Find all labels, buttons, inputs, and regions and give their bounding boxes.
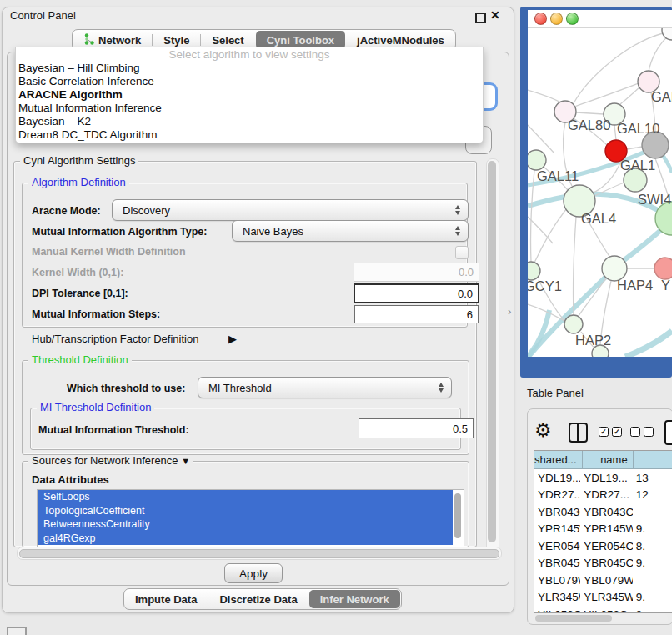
select-all-icon[interactable]: ✓✓ xyxy=(599,427,622,437)
deselect-all-icon[interactable] xyxy=(630,427,654,437)
hub-section-label[interactable]: Hub/Transcription Factor Definition xyxy=(32,332,198,345)
attribute-item-betweennesscentrality[interactable]: BetweennessCentrality xyxy=(38,518,453,532)
network-node-gal11[interactable] xyxy=(528,150,546,170)
minimize-traffic-light-icon[interactable] xyxy=(550,12,563,25)
attribute-item-gal4rgexp[interactable]: gal4RGexp xyxy=(38,532,453,546)
dpi-tolerance-field[interactable]: 0.0 xyxy=(354,283,479,303)
bottom-tab-discretize-data[interactable]: Discretize Data xyxy=(208,589,308,609)
dropdown-item-mutual-information-inference[interactable]: Mutual Information Inference xyxy=(16,102,483,115)
dropdown-item-bayesian-k2[interactable]: Bayesian – K2 xyxy=(16,115,483,128)
table-cell: YLR345W xyxy=(580,589,632,607)
kernel-width-field[interactable]: 0.0 xyxy=(354,262,479,282)
dropdown-item-dream8-dc-tdc-algorithm[interactable]: Dream8 DC_TDC Algorithm xyxy=(16,128,483,142)
data-attributes-list[interactable]: SelfLoopsTopologicalCoefficientBetweenne… xyxy=(37,489,464,548)
settings-horizontal-scrollbar-thumb[interactable] xyxy=(19,549,499,558)
attribute-item-topologicalcoefficient[interactable]: TopologicalCoefficient xyxy=(38,504,453,518)
table-row[interactable]: YBR045CYBR045C9. xyxy=(534,555,672,572)
table-row[interactable]: YDR27...YDR27...12 xyxy=(534,487,672,504)
close-traffic-light-icon[interactable] xyxy=(534,12,547,25)
network-node[interactable] xyxy=(662,28,672,40)
collapsed-panel-icon[interactable] xyxy=(7,627,27,635)
table-cell: 9 xyxy=(633,606,672,613)
new-table-icon[interactable] xyxy=(664,420,672,445)
table-row[interactable]: YBL079WYBL079W xyxy=(534,572,672,589)
table-cell: YDR27... xyxy=(580,487,632,504)
dropdown-placeholder: Select algorithm to view settings xyxy=(16,48,483,62)
data-attributes-label: Data Attributes xyxy=(32,473,109,486)
table-horizontal-scrollbar-thumb[interactable] xyxy=(535,615,612,622)
dropdown-item-basic-correlation-inference[interactable]: Basic Correlation Inference xyxy=(16,75,483,88)
network-node-gcy1[interactable] xyxy=(528,262,540,280)
node-label-gal1: GAL1 xyxy=(620,158,655,172)
node-label-gal4: GAL4 xyxy=(581,211,616,226)
table-cell: YBR045C xyxy=(580,555,632,572)
table-cell: YPR145W xyxy=(580,521,632,538)
kernel-width-label: Kernel Width (0,1): xyxy=(32,267,123,278)
which-threshold-value: MI Threshold xyxy=(208,382,272,394)
application-window: Control Panel ✕ NetworkStyleSelectCyni T… xyxy=(0,0,672,635)
bottom-tab-label: Impute Data xyxy=(135,593,197,606)
hidden-combobox-fragment xyxy=(482,82,498,111)
cyni-algorithm-settings-title: Cyni Algorithm Settings xyxy=(20,155,138,167)
column-header-col2[interactable] xyxy=(634,451,672,469)
table-cell: YBL079W xyxy=(580,572,632,589)
collapse-arrow-icon[interactable]: ▼ xyxy=(181,456,190,466)
table-row[interactable]: YPR145WYPR145W9. xyxy=(534,521,672,538)
mi-steps-label: Mutual Information Steps: xyxy=(32,308,160,320)
expand-arrow-icon[interactable]: ▶ xyxy=(228,332,237,345)
aracne-mode-label: Aracne Mode: xyxy=(32,205,101,217)
table-row[interactable]: YIL052CYIL052C9 xyxy=(534,606,672,613)
manual-kernel-checkbox[interactable] xyxy=(455,246,469,259)
table-row[interactable]: YER054CYER054C8. xyxy=(534,538,672,555)
algorithm-dropdown-popup: Select algorithm to view settings Bayesi… xyxy=(15,48,484,143)
mi-type-label: Mutual Information Algorithm Type: xyxy=(32,226,207,238)
split-columns-icon[interactable] xyxy=(569,422,588,442)
which-threshold-select[interactable]: MI Threshold xyxy=(198,377,452,398)
attribute-item-selfloops[interactable]: SelfLoops xyxy=(38,490,453,504)
table-row[interactable]: YBR043CYBR043C xyxy=(534,503,672,521)
sources-title: Sources for Network Inference ▼ xyxy=(28,455,193,467)
settings-vertical-scrollbar-thumb[interactable] xyxy=(488,161,496,542)
mi-threshold-field[interactable]: 0.5 xyxy=(359,418,474,438)
stepper-arrows-icon xyxy=(455,226,460,236)
stepper-arrows-icon xyxy=(455,205,460,215)
manual-kernel-label: Manual Kernel Width Definition xyxy=(32,246,186,258)
dropdown-item-aracne-algorithm[interactable]: ARACNE Algorithm xyxy=(16,88,483,102)
float-window-icon[interactable] xyxy=(475,12,486,23)
mi-type-select[interactable]: Naive Bayes xyxy=(232,220,469,242)
control-panel-title: Control Panel xyxy=(10,9,76,22)
split-pane-collapse-arrow[interactable]: › xyxy=(508,305,511,318)
close-icon[interactable]: ✕ xyxy=(490,8,500,22)
table-cell: YBR043C xyxy=(580,503,632,521)
apply-button[interactable]: Apply xyxy=(224,563,283,583)
table-cell: YDL19... xyxy=(580,469,632,487)
network-canvas[interactable]: GALGAL80GAL10GAL1GAL11SWI4GAL4GCY1HAP4YH… xyxy=(528,28,672,357)
mi-steps-field[interactable]: 6 xyxy=(354,305,479,323)
tab-cyni-toolbox[interactable]: Cyni Toolbox xyxy=(256,31,345,49)
zoom-traffic-light-icon[interactable] xyxy=(566,12,579,25)
column-header-name[interactable]: name xyxy=(583,451,634,469)
aracne-mode-select[interactable]: Discovery xyxy=(112,199,469,221)
network-icon xyxy=(83,33,94,48)
bottom-tab-impute-data[interactable]: Impute Data xyxy=(124,589,208,609)
table-cell xyxy=(633,572,672,589)
table-row[interactable]: YDL19...YDL19...13 xyxy=(534,469,672,487)
network-node-y[interactable] xyxy=(654,258,672,279)
table-cell: YER054C xyxy=(534,538,580,555)
table-row[interactable]: YLR345WYLR345W9. xyxy=(534,589,672,607)
list-scrollbar-thumb[interactable] xyxy=(454,493,461,538)
dropdown-item-bayesian-hill-climbing[interactable]: Bayesian – Hill Climbing xyxy=(16,62,483,75)
aracne-mode-value: Discovery xyxy=(123,204,170,217)
bottom-tab-infer-network[interactable]: Infer Network xyxy=(309,590,400,608)
stepper-arrows-icon xyxy=(439,382,444,392)
node-table[interactable]: shared...nameYDL19...YDL19...13YDR27...Y… xyxy=(534,450,672,613)
mi-threshold-definition-title: MI Threshold Definition xyxy=(37,402,154,413)
table-cell: YBR045C xyxy=(534,555,580,572)
cyni-bottom-tabs: Impute DataDiscretize DataInfer Network xyxy=(123,588,402,610)
network-node-hap2[interactable] xyxy=(564,315,583,333)
tab-label: Select xyxy=(212,34,243,47)
node-label-hap4: HAP4 xyxy=(617,278,653,292)
gear-icon[interactable]: ⚙ xyxy=(534,419,552,441)
column-header-shared[interactable]: shared... xyxy=(534,451,583,469)
table-cell xyxy=(633,503,672,521)
